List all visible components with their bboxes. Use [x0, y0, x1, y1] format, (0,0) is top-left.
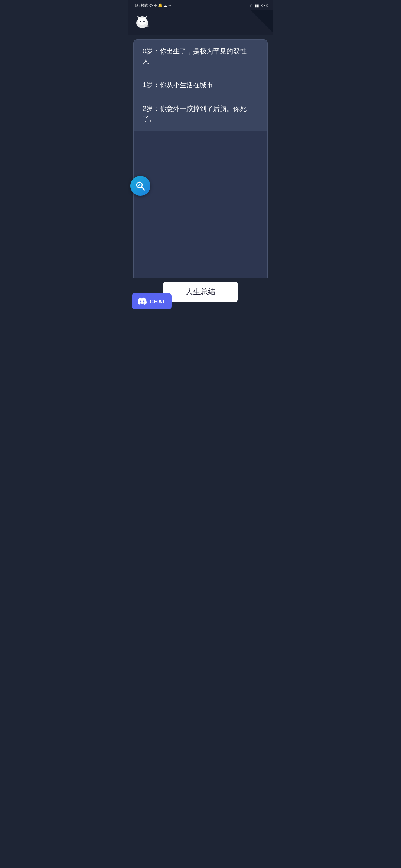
svg-point-6 [145, 25, 149, 27]
app-header [128, 10, 273, 35]
app-logo [134, 14, 150, 30]
age-label-0: 0岁：你出生了，是极为罕见的双性人。 [143, 47, 247, 65]
age-label-2: 2岁：你意外一跤摔到了后脑。你死了。 [143, 105, 247, 122]
battery-icon: ▮▮ [255, 4, 259, 8]
svg-point-5 [143, 21, 145, 22]
status-left-text: 飞行模式 令 ✈ 🔔 ☁ ··· [133, 3, 171, 8]
logo-icon [134, 14, 150, 30]
svg-point-9 [138, 185, 140, 186]
time-display: 8:33 [261, 4, 268, 8]
discord-icon [138, 297, 147, 306]
moon-icon: ☾ [250, 4, 253, 8]
status-bar: 飞行模式 令 ✈ 🔔 ☁ ··· ☾ ▮▮ 8:33 [128, 0, 273, 10]
status-left: 飞行模式 令 ✈ 🔔 ☁ ··· [133, 3, 171, 8]
triangle-decoration [251, 10, 273, 33]
summary-button[interactable]: 人生总结 [163, 282, 238, 302]
svg-point-4 [140, 21, 141, 22]
scroll-area: 0岁：你出生了，是极为罕见的双性人。 1岁：你从小生活在城市 2岁：你意外一跤摔… [128, 35, 273, 313]
status-right: ☾ ▮▮ 8:33 [250, 4, 268, 8]
chat-label: CHAT [150, 298, 166, 305]
life-card: 0岁：你出生了，是极为罕见的双性人。 1岁：你从小生活在城市 2岁：你意外一跤摔… [133, 39, 268, 313]
life-event-0[interactable]: 0岁：你出生了，是极为罕见的双性人。 [134, 40, 267, 73]
life-event-1[interactable]: 1岁：你从小生活在城市 [134, 73, 267, 97]
age-label-1: 1岁：你从小生活在城市 [143, 81, 213, 89]
svg-line-8 [142, 187, 145, 190]
life-event-2[interactable]: 2岁：你意外一跤摔到了后脑。你死了。 [134, 97, 267, 131]
floating-search-button[interactable] [130, 176, 150, 196]
search-wrench-icon [135, 180, 146, 191]
chat-button[interactable]: CHAT [132, 293, 172, 309]
content-wrapper: 0岁：你出生了，是极为罕见的双性人。 1岁：你从小生活在城市 2岁：你意外一跤摔… [128, 35, 273, 313]
